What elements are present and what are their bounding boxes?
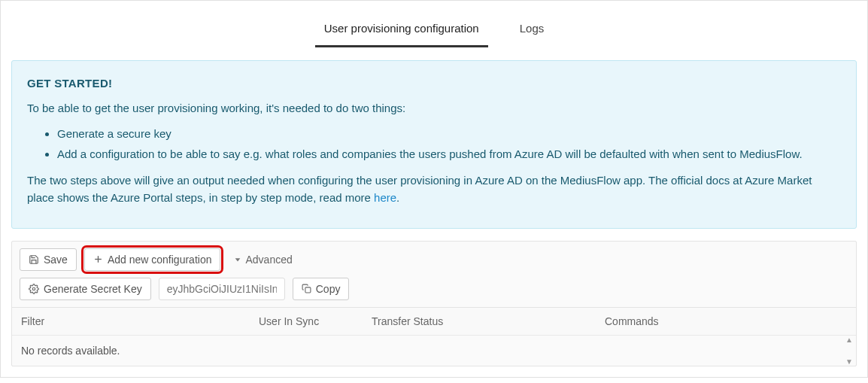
col-user-in-sync: User In Sync — [259, 315, 372, 327]
advanced-toggle[interactable]: Advanced — [228, 249, 298, 270]
config-table: Filter User In Sync Transfer Status Comm… — [12, 307, 856, 366]
footer-text: The two steps above will give an output … — [27, 172, 841, 207]
footer-pre: The two steps above will give an output … — [27, 174, 812, 204]
save-button[interactable]: Save — [20, 248, 77, 271]
plus-icon — [93, 254, 103, 264]
svg-marker-2 — [235, 258, 241, 261]
footer-post: . — [396, 191, 399, 204]
tab-logs[interactable]: Logs — [511, 16, 554, 47]
tab-bar: User provisioning configuration Logs — [11, 1, 857, 48]
no-records-message: No records available. — [12, 336, 842, 366]
scrollbar-stub[interactable]: ▲ ▼ — [842, 336, 856, 366]
step-add-config: Add a configuration to be able to say e.… — [57, 145, 841, 163]
table-header-row: Filter User In Sync Transfer Status Comm… — [12, 308, 856, 336]
page-container: User provisioning configuration Logs GET… — [0, 0, 868, 378]
add-config-label: Add new configuration — [108, 254, 212, 266]
scroll-up-icon: ▲ — [845, 336, 853, 344]
svg-rect-4 — [305, 287, 311, 293]
svg-point-3 — [32, 287, 35, 290]
generate-secret-key-button[interactable]: Generate Secret Key — [20, 278, 151, 300]
get-started-body: To be able to get the user provisioning … — [27, 99, 841, 206]
generate-key-label: Generate Secret Key — [44, 283, 142, 295]
steps-list: Generate a secure key Add a configuratio… — [27, 125, 841, 163]
copy-button[interactable]: Copy — [293, 278, 350, 300]
add-new-configuration-button[interactable]: Add new configuration — [84, 248, 221, 271]
copy-icon — [302, 284, 311, 293]
advanced-label: Advanced — [245, 254, 292, 266]
col-commands: Commands — [605, 315, 847, 327]
toolbar-panel: Save Add new configuration Advanced — [11, 241, 857, 366]
save-icon — [29, 254, 39, 265]
read-more-link[interactable]: here — [374, 191, 396, 204]
col-filter: Filter — [21, 315, 259, 327]
get-started-heading: GET STARTED! — [27, 74, 841, 92]
scroll-down-icon: ▼ — [845, 357, 853, 366]
copy-label: Copy — [316, 283, 341, 295]
tab-user-provisioning-config[interactable]: User provisioning configuration — [315, 16, 488, 47]
gear-icon — [29, 284, 39, 294]
save-label: Save — [44, 254, 68, 266]
step-generate-key: Generate a secure key — [57, 125, 841, 142]
toolbar-row-2: Generate Secret Key Copy — [12, 278, 856, 307]
intro-text: To be able to get the user provisioning … — [27, 99, 841, 117]
secret-key-field[interactable] — [159, 278, 285, 300]
get-started-panel: GET STARTED! To be able to get the user … — [11, 60, 857, 229]
table-body: No records available. ▲ ▼ — [12, 336, 856, 366]
chevron-down-icon — [234, 256, 241, 263]
toolbar-row-1: Save Add new configuration Advanced — [12, 242, 856, 278]
col-transfer-status: Transfer Status — [372, 315, 605, 327]
